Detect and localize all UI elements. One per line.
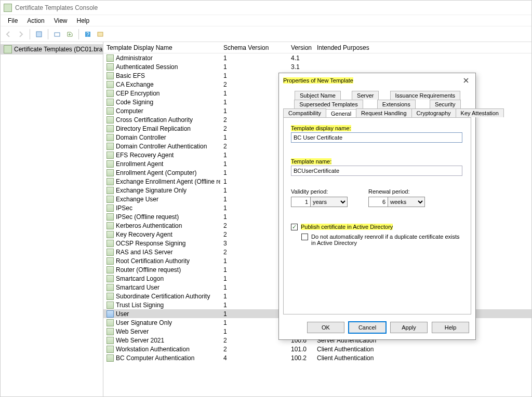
template-name-cell: Trust List Signing	[116, 302, 164, 309]
template-icon	[107, 81, 114, 88]
close-icon	[463, 78, 469, 83]
schema-version-cell: 2	[220, 346, 288, 353]
schema-version-cell: 1	[220, 310, 288, 318]
dialog-button-row: OK Cancel Apply Help	[279, 317, 475, 339]
template-icon	[107, 134, 114, 141]
template-icon	[107, 107, 114, 115]
schema-version-cell: 4	[220, 354, 288, 362]
template-name-cell: Exchange User	[116, 196, 158, 203]
template-name-cell: Enrollment Agent (Computer)	[116, 169, 196, 176]
schema-version-cell: 2	[220, 125, 288, 132]
template-icon	[107, 328, 114, 335]
tab-compatibility[interactable]: Compatibility	[283, 108, 326, 117]
template-name-cell: CA Exchange	[116, 81, 154, 88]
view-button[interactable]	[95, 29, 106, 40]
renewal-number-input[interactable]	[368, 197, 388, 207]
separator	[78, 29, 79, 39]
dialog-body: Subject Name Server Issuance Requirement…	[279, 88, 475, 317]
template-icon	[107, 160, 114, 168]
help-button[interactable]: ?	[82, 29, 94, 40]
table-row[interactable]: Workstation Authentication2101.0Client A…	[103, 345, 531, 353]
publish-in-ad-checkbox[interactable]	[291, 224, 298, 230]
template-icon	[107, 275, 114, 282]
template-name-cell: Root Certification Authority	[116, 257, 190, 265]
template-name-cell: Enrollment Agent	[116, 160, 163, 168]
menu-action[interactable]: Action	[23, 16, 48, 25]
template-name-cell: CEP Encryption	[116, 90, 160, 97]
table-row[interactable]: Administrator14.1	[103, 53, 531, 62]
tab-cryptography[interactable]: Cryptography	[411, 108, 456, 117]
tab-subject-name[interactable]: Subject Name	[295, 91, 341, 100]
col-header-name[interactable]: Template Display Name	[103, 44, 220, 51]
template-icon	[107, 99, 114, 106]
apply-button[interactable]: Apply	[390, 322, 428, 333]
separator	[30, 29, 30, 39]
properties-button[interactable]	[33, 29, 45, 40]
table-row[interactable]: Authenticated Session13.1	[103, 62, 531, 71]
template-icon	[107, 152, 114, 159]
renewal-unit-select[interactable]: weeks	[388, 197, 425, 207]
template-icon	[107, 319, 114, 326]
template-name-cell: Code Signing	[116, 99, 153, 106]
template-name-cell: Exchange Enrollment Agent (Offline requ.…	[116, 178, 220, 185]
tab-page-general: Template display name: Template name: Va…	[283, 117, 471, 314]
new-template-dialog: Properties of New Template Subject Name …	[278, 73, 476, 340]
tab-request-handling[interactable]: Request Handling	[356, 108, 411, 117]
svg-rect-1	[55, 33, 60, 36]
console-icon	[4, 4, 12, 12]
menu-help[interactable]: Help	[73, 16, 94, 25]
purpose-cell: Client Authentication	[314, 354, 531, 362]
template-icon	[107, 240, 114, 247]
table-row[interactable]: BC Computer Authentication4100.2Client A…	[103, 353, 531, 362]
col-header-purpose[interactable]: Intended Purposes	[314, 44, 531, 51]
template-name-cell: Domain Controller	[116, 134, 166, 141]
tabs-row-2: Superseded Templates Extensions Security	[287, 100, 468, 108]
template-icon	[107, 143, 114, 150]
svg-rect-4	[98, 32, 103, 36]
validity-number-input[interactable]	[291, 197, 311, 207]
template-name-cell: Router (Offline request)	[116, 266, 181, 273]
cert-store-icon	[4, 45, 12, 53]
template-name-cell: IPSec (Offline request)	[116, 213, 179, 221]
close-button[interactable]	[461, 75, 471, 86]
schema-version-cell: 1	[220, 275, 288, 282]
tab-server[interactable]: Server	[352, 91, 379, 100]
template-name-input[interactable]	[291, 166, 462, 176]
template-icon	[107, 310, 114, 318]
template-name-cell: Authenticated Session	[116, 63, 178, 71]
refresh-button[interactable]	[51, 29, 63, 40]
tab-key-attestation[interactable]: Key Attestation	[456, 108, 504, 117]
schema-version-cell: 1	[220, 72, 288, 79]
template-name-cell: Subordinate Certification Authority	[116, 293, 210, 300]
ok-button[interactable]: OK	[307, 322, 344, 333]
schema-version-cell: 1	[220, 169, 288, 176]
tab-security[interactable]: Security	[430, 100, 461, 108]
tab-general[interactable]: General	[326, 109, 356, 118]
template-name-cell: BC Computer Authentication	[116, 354, 194, 362]
schema-version-cell: 1	[220, 204, 288, 212]
menu-file[interactable]: File	[4, 16, 22, 25]
tabs-row-1: Subject Name Server Issuance Requirement…	[289, 91, 466, 100]
validity-unit-select[interactable]: years	[310, 197, 348, 207]
schema-version-cell: 1	[220, 160, 288, 168]
tab-issuance-requirements[interactable]: Issuance Requirements	[390, 91, 461, 100]
help-button[interactable]: Help	[432, 322, 469, 333]
tab-extensions[interactable]: Extensions	[377, 100, 416, 108]
template-name-cell: Basic EFS	[116, 72, 145, 79]
schema-version-cell: 2	[220, 143, 288, 150]
template-name-cell: Cross Certification Authority	[116, 116, 193, 124]
col-header-schema[interactable]: Schema Version	[220, 44, 288, 51]
menu-view[interactable]: View	[50, 16, 72, 25]
tree-node-cert-templates[interactable]: Certificate Templates (DC01.brainte	[1, 44, 103, 54]
schema-version-cell: 1	[220, 257, 288, 265]
display-name-input[interactable]	[291, 132, 462, 143]
tree-pane[interactable]: Certificate Templates (DC01.brainte	[1, 42, 103, 396]
template-icon	[107, 169, 114, 176]
cancel-button[interactable]: Cancel	[349, 322, 386, 333]
version-cell: 101.0	[288, 346, 314, 353]
tab-superseded-templates[interactable]: Superseded Templates	[294, 100, 363, 108]
no-auto-reenroll-checkbox[interactable]	[301, 234, 308, 240]
template-icon	[107, 284, 114, 291]
export-button[interactable]	[64, 29, 75, 40]
col-header-version[interactable]: Version	[288, 44, 314, 51]
